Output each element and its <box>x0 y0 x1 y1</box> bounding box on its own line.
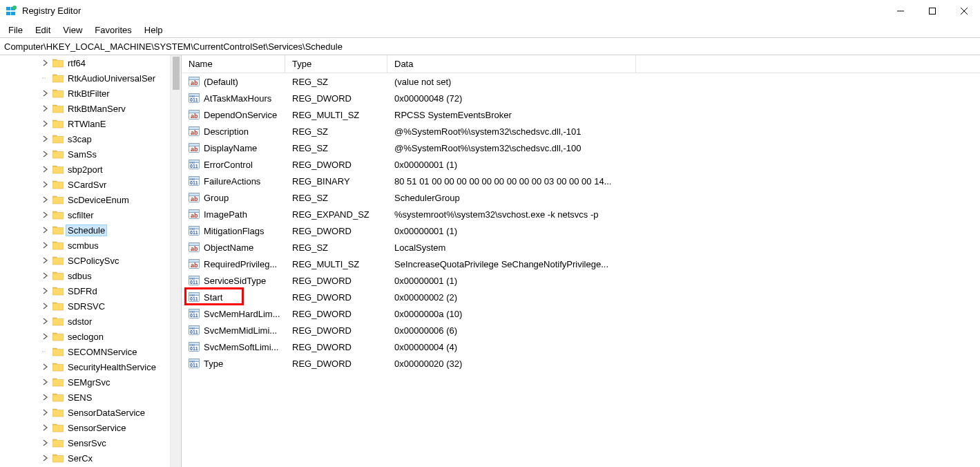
tree-item[interactable]: sdbus <box>0 268 170 283</box>
svg-text:011: 011 <box>190 330 198 334</box>
tree-item[interactable]: sdstor <box>0 314 170 329</box>
list-row[interactable]: 011110ServiceSidTypeREG_DWORD0x00000001 … <box>182 272 980 289</box>
folder-icon <box>52 210 64 220</box>
tree-item[interactable]: s3cap <box>0 131 170 146</box>
tree-item[interactable]: scmbus <box>0 238 170 253</box>
chevron-right-icon[interactable] <box>40 149 51 160</box>
chevron-right-icon[interactable] <box>40 57 51 68</box>
list-row[interactable]: abDisplayNameREG_SZ@%SystemRoot%\system3… <box>182 140 980 156</box>
chevron-right-icon[interactable] <box>40 422 51 433</box>
tree-item[interactable]: SensrSvc <box>0 435 170 450</box>
folder-icon <box>52 392 64 402</box>
tree-item[interactable]: SECOMNService <box>0 344 170 359</box>
chevron-right-icon[interactable] <box>40 225 51 236</box>
chevron-right-icon[interactable] <box>40 88 51 99</box>
list-row[interactable]: abGroupREG_SZSchedulerGroup <box>182 189 980 206</box>
value-name: AtTaskMaxHours <box>204 93 271 104</box>
list-row[interactable]: abRequiredPrivileg...REG_MULTI_SZSeIncre… <box>182 256 980 272</box>
chevron-right-icon[interactable] <box>40 377 51 388</box>
tree-item[interactable]: SDRSVC <box>0 298 170 314</box>
chevron-right-icon[interactable] <box>40 392 51 403</box>
column-data[interactable]: Data <box>387 55 636 73</box>
menu-help[interactable]: Help <box>139 23 169 37</box>
chevron-right-icon[interactable] <box>40 437 51 448</box>
chevron-right-icon[interactable] <box>40 209 51 220</box>
list-row[interactable]: ab(Default)REG_SZ(value not set) <box>182 73 980 90</box>
list-row[interactable]: 011110ErrorControlREG_DWORD0x00000001 (1… <box>182 156 980 173</box>
svg-text:011: 011 <box>190 363 198 368</box>
folder-icon <box>52 73 64 83</box>
close-button[interactable] <box>948 0 980 22</box>
address-bar[interactable]: Computer\HKEY_LOCAL_MACHINE\SYSTEM\Curre… <box>0 37 980 55</box>
list-row[interactable]: abDependOnServiceREG_MULTI_SZRPCSS Syste… <box>182 106 980 123</box>
list-row[interactable]: abObjectNameREG_SZLocalSystem <box>182 239 980 256</box>
tree-item[interactable]: SDFRd <box>0 283 170 298</box>
tree-item[interactable]: SCPolicySvc <box>0 253 170 268</box>
list-row[interactable]: 011110MitigationFlagsREG_DWORD0x00000001… <box>182 222 980 239</box>
maximize-button[interactable] <box>916 0 948 22</box>
chevron-right-icon[interactable] <box>40 255 51 266</box>
chevron-right-icon[interactable] <box>40 452 51 464</box>
list-row[interactable]: 011110SvcMemMidLimi...REG_DWORD0x0000000… <box>182 322 980 339</box>
cell-data: 0x00000001 (1) <box>387 160 636 170</box>
menu-file[interactable]: File <box>3 23 28 37</box>
tree-item[interactable]: SecurityHealthService <box>0 359 170 374</box>
tree-item[interactable]: RtkBtFilter <box>0 86 170 101</box>
cell-data: SchedulerGroup <box>387 193 636 203</box>
chevron-right-icon[interactable] <box>40 240 51 251</box>
list-body[interactable]: ab(Default)REG_SZ(value not set)011110At… <box>182 73 980 467</box>
tree-item[interactable]: RtkBtManServ <box>0 101 170 116</box>
tree-item[interactable]: SensorService <box>0 420 170 435</box>
list-row[interactable]: abImagePathREG_EXPAND_SZ%systemroot%\sys… <box>182 206 980 222</box>
column-name[interactable]: Name <box>182 55 285 73</box>
tree-item[interactable]: RtkAudioUniversalSer <box>0 70 170 86</box>
tree-item[interactable]: seclogon <box>0 329 170 344</box>
tree-item[interactable]: scfilter <box>0 207 170 222</box>
column-type[interactable]: Type <box>285 55 387 73</box>
tree-item[interactable]: SEMgrSvc <box>0 374 170 390</box>
tree-item-label: sdbus <box>68 271 92 281</box>
tree-item[interactable]: SCardSvr <box>0 177 170 192</box>
list-row[interactable]: 011110TypeREG_DWORD0x00000020 (32) <box>182 355 980 372</box>
menu-view[interactable]: View <box>57 23 88 37</box>
chevron-right-icon[interactable] <box>40 361 51 372</box>
chevron-right-icon[interactable] <box>40 270 51 281</box>
list-row[interactable]: 011110SvcMemSoftLimi...REG_DWORD0x000000… <box>182 339 980 355</box>
tree-item[interactable]: rtf64 <box>0 55 170 70</box>
tree-item-label: Schedule <box>66 225 107 236</box>
list-row[interactable]: 011110StartREG_DWORD0x00000002 (2) <box>182 289 980 305</box>
chevron-right-icon[interactable] <box>40 118 51 129</box>
tree-item[interactable]: SensorDataService <box>0 405 170 420</box>
tree-item[interactable]: sbp2port <box>0 162 170 177</box>
tree-item[interactable]: RTWlanE <box>0 116 170 131</box>
chevron-right-icon[interactable] <box>40 331 51 342</box>
tree-item[interactable]: SENS <box>0 390 170 405</box>
menu-edit[interactable]: Edit <box>30 23 56 37</box>
chevron-right-icon[interactable] <box>40 407 51 418</box>
folder-icon <box>52 316 64 326</box>
tree-item[interactable]: SamSs <box>0 146 170 162</box>
list-row[interactable]: 011110AtTaskMaxHoursREG_DWORD0x00000048 … <box>182 90 980 106</box>
scrollbar-thumb[interactable] <box>173 57 180 90</box>
chevron-right-icon[interactable] <box>40 301 51 312</box>
minimize-button[interactable] <box>885 0 916 22</box>
chevron-right-icon[interactable] <box>40 194 51 205</box>
string-value-icon: ab <box>189 109 200 120</box>
list-row[interactable]: 011110SvcMemHardLim...REG_DWORD0x0000000… <box>182 305 980 322</box>
chevron-right-icon[interactable] <box>40 133 51 144</box>
menu-favorites[interactable]: Favorites <box>89 23 137 37</box>
svg-text:011: 011 <box>190 346 198 351</box>
chevron-right-icon[interactable] <box>40 316 51 327</box>
chevron-right-icon[interactable] <box>40 164 51 175</box>
tree-scrollbar[interactable] <box>170 55 181 467</box>
list-row[interactable]: abDescriptionREG_SZ@%SystemRoot%\system3… <box>182 123 980 140</box>
chevron-right-icon[interactable] <box>40 103 51 114</box>
tree-list[interactable]: rtf64RtkAudioUniversalSerRtkBtFilterRtkB… <box>0 55 170 467</box>
chevron-right-icon[interactable] <box>40 285 51 296</box>
chevron-right-icon[interactable] <box>40 179 51 190</box>
list-row[interactable]: 011110FailureActionsREG_BINARY80 51 01 0… <box>182 173 980 189</box>
tree-item[interactable]: ScDeviceEnum <box>0 192 170 207</box>
tree-item[interactable]: Schedule <box>0 222 170 238</box>
svg-text:011: 011 <box>190 313 198 318</box>
tree-item[interactable]: SerCx <box>0 450 170 466</box>
